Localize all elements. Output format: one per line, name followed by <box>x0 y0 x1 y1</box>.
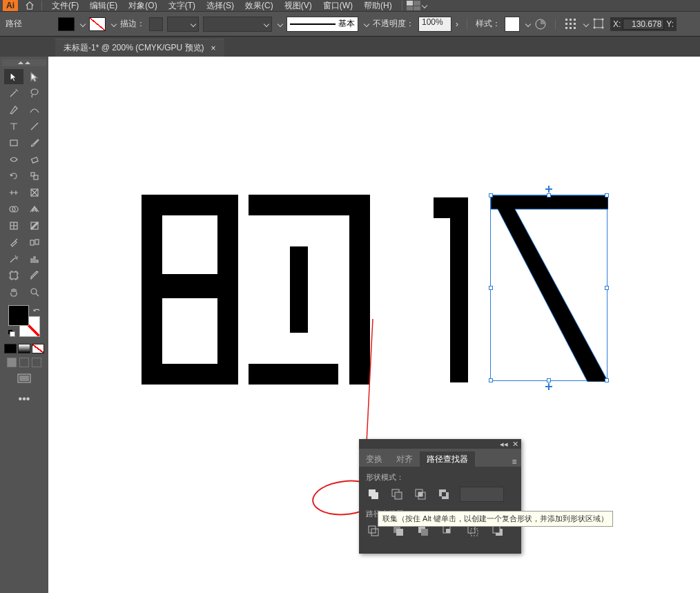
none-mode-icon[interactable] <box>32 344 44 353</box>
lasso-tool[interactable] <box>25 86 44 101</box>
recolor-icon[interactable] <box>534 18 547 30</box>
slice-tool[interactable] <box>25 268 44 283</box>
fill-color[interactable] <box>8 305 29 326</box>
pen-tool[interactable] <box>4 102 23 117</box>
home-icon[interactable] <box>22 0 37 11</box>
style-swatch[interactable] <box>505 17 520 32</box>
column-graph-tool[interactable] <box>25 251 44 266</box>
panel-menu-icon[interactable]: ≡ <box>507 457 521 467</box>
gradient-tool[interactable] <box>25 218 44 233</box>
menu-view[interactable]: 视图(V) <box>279 0 318 12</box>
curvature-tool[interactable] <box>25 102 44 117</box>
brush-dropdown[interactable] <box>203 17 272 32</box>
default-colors-icon[interactable] <box>8 330 15 337</box>
stroke-label: 描边： <box>120 18 145 30</box>
artwork-shape-2 <box>249 195 370 385</box>
unite-button[interactable] <box>366 487 381 502</box>
intersect-button[interactable] <box>413 487 428 502</box>
color-mode-icon[interactable] <box>4 344 17 353</box>
align-icon[interactable] <box>564 17 578 31</box>
menu-type[interactable]: 文字(T) <box>163 0 201 12</box>
stroke-preset-dropdown[interactable]: 基本 <box>286 17 358 32</box>
app-logo: Ai <box>3 0 18 11</box>
blend-tool[interactable] <box>25 235 44 250</box>
zoom-tool[interactable] <box>25 284 44 300</box>
selection-bounding-box[interactable] <box>490 195 607 381</box>
stroke-weight-input[interactable] <box>149 17 163 31</box>
mesh-tool[interactable] <box>4 218 23 233</box>
scale-tool[interactable] <box>25 168 44 184</box>
free-transform-tool[interactable] <box>25 185 44 200</box>
style-label: 样式： <box>476 18 500 30</box>
shape-builder-tool[interactable] <box>4 202 23 217</box>
svg-rect-52 <box>442 492 446 496</box>
fill-stroke-control[interactable]: ⤺ <box>7 304 41 338</box>
tab-pathfinder[interactable]: 路径查找器 <box>420 451 475 467</box>
svg-rect-58 <box>421 529 428 536</box>
tab-transform[interactable]: 变换 <box>359 451 389 467</box>
expand-button[interactable] <box>460 487 504 502</box>
svg-rect-64 <box>493 526 500 533</box>
exclude-button[interactable] <box>436 487 451 502</box>
gradient-mode-icon[interactable] <box>18 344 30 353</box>
svg-rect-29 <box>37 260 38 262</box>
document-tabstrip: 未标题-1* @ 200% (CMYK/GPU 预览) × <box>0 36 700 57</box>
direct-selection-tool[interactable] <box>25 69 44 84</box>
svg-point-14 <box>602 26 604 28</box>
menu-file[interactable]: 文件(F) <box>46 0 84 12</box>
svg-point-31 <box>31 289 37 294</box>
minus-front-button[interactable] <box>389 487 405 502</box>
selection-tool[interactable] <box>4 69 23 84</box>
panel-collapse-icon[interactable]: ◂◂ <box>500 440 508 449</box>
swap-icon[interactable]: ⤺ <box>33 305 40 315</box>
tab-align[interactable]: 对齐 <box>389 451 420 467</box>
stroke-profile-dropdown[interactable] <box>167 17 199 32</box>
draw-inside-icon[interactable] <box>32 358 41 367</box>
hand-tool[interactable] <box>4 284 23 300</box>
svg-rect-62 <box>471 529 478 536</box>
menu-effect[interactable]: 效果(C) <box>240 0 279 12</box>
rotate-tool[interactable] <box>4 168 23 184</box>
draw-behind-icon[interactable] <box>19 358 29 367</box>
svg-rect-40 <box>290 246 308 333</box>
panel-collapse-toggle[interactable] <box>2 59 46 66</box>
close-icon[interactable]: × <box>211 43 216 53</box>
eyedropper-tool[interactable] <box>4 235 23 250</box>
perspective-grid-tool[interactable] <box>25 202 44 217</box>
line-tool[interactable] <box>25 119 44 134</box>
svg-rect-4 <box>565 23 567 25</box>
menu-object[interactable]: 对象(O) <box>123 0 162 12</box>
draw-normal-icon[interactable] <box>7 358 17 367</box>
symbol-sprayer-tool[interactable] <box>4 251 23 266</box>
shaper-tool[interactable] <box>4 152 23 167</box>
eraser-tool[interactable] <box>25 152 44 167</box>
svg-rect-35 <box>162 215 217 274</box>
menu-help[interactable]: 帮助(H) <box>358 0 398 12</box>
svg-rect-49 <box>418 492 422 496</box>
paintbrush-tool[interactable] <box>25 135 44 150</box>
fill-swatch[interactable] <box>58 17 75 31</box>
edit-toolbar-icon[interactable]: ••• <box>19 393 30 405</box>
menu-window[interactable]: 窗口(W) <box>318 0 358 12</box>
width-tool[interactable] <box>4 185 23 200</box>
arrange-icon[interactable] <box>407 1 420 10</box>
canvas[interactable]: ◂◂ ✕ 变换 对齐 路径查找器 ≡ 形状模式： 路径查找器： <box>48 57 700 593</box>
document-tab[interactable]: 未标题-1* @ 200% (CMYK/GPU 预览) × <box>55 39 224 57</box>
x-value[interactable]: 130.678 <box>623 19 664 30</box>
rectangle-tool[interactable] <box>4 135 23 150</box>
stroke-swatch[interactable] <box>89 17 106 31</box>
type-tool[interactable] <box>4 119 23 134</box>
screen-mode-icon[interactable] <box>17 373 32 386</box>
panel-close-icon[interactable]: ✕ <box>512 440 518 449</box>
menu-edit[interactable]: 编辑(E) <box>84 0 123 12</box>
magic-wand-tool[interactable] <box>4 86 23 101</box>
menu-select[interactable]: 选择(S) <box>201 0 240 12</box>
opacity-input[interactable]: 100% <box>418 17 451 32</box>
svg-point-13 <box>594 26 596 28</box>
tools-panel: ⤺ ••• <box>0 57 48 593</box>
selection-type-label: 路径 <box>6 18 22 30</box>
svg-rect-16 <box>10 140 17 146</box>
transform-icon[interactable] <box>592 17 606 31</box>
artboard-tool[interactable] <box>4 268 23 283</box>
svg-rect-28 <box>34 257 35 262</box>
